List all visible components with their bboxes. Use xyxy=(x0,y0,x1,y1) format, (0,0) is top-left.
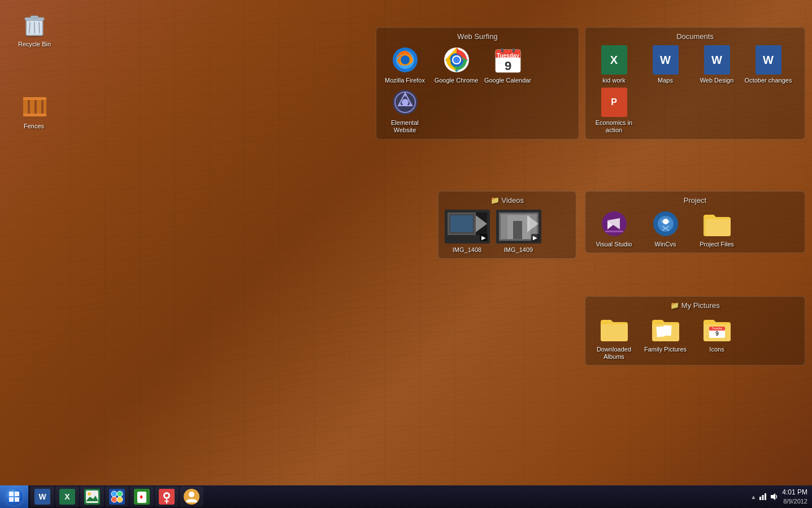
fence-project-title: Project xyxy=(590,196,800,205)
svg-point-62 xyxy=(88,492,91,496)
svg-point-66 xyxy=(117,491,123,497)
kid-work-label: kid work xyxy=(602,77,625,84)
start-button[interactable] xyxy=(0,485,28,508)
visual-studio-label: Visual Studio xyxy=(596,241,632,248)
chrome-label: Google Chrome xyxy=(435,77,479,84)
web-design-label: Web Design xyxy=(700,77,734,84)
clock-time: 4:01 PM xyxy=(782,488,807,497)
maps-doc-icon[interactable]: W Maps xyxy=(641,45,689,84)
firefox-icon[interactable]: Mozilla Firefox xyxy=(381,45,429,84)
fence-project-icons: Visual Studio WinCvs xyxy=(590,209,800,248)
svg-rect-8 xyxy=(23,98,28,115)
recycle-bin-icon[interactable]: Recycle Bin xyxy=(12,11,57,48)
svg-text:Tuesday: Tuesday xyxy=(497,53,519,59)
icons-folder-icon[interactable]: Tuesday 9 Icons xyxy=(693,314,741,361)
recycle-bin-label: Recycle Bin xyxy=(18,41,51,48)
october-changes-icon[interactable]: W October changes xyxy=(744,45,792,84)
taskbar-user[interactable] xyxy=(180,487,203,507)
fence-project: Project Visual Studio xyxy=(585,191,805,253)
chrome-icon[interactable]: Google Chrome xyxy=(432,45,480,84)
svg-rect-4 xyxy=(31,16,38,18)
svg-rect-12 xyxy=(23,97,46,100)
svg-text:♦: ♦ xyxy=(140,493,143,501)
windows-orb xyxy=(6,488,23,505)
fence-my-pictures-icons: Downloaded Albums Family Pictures xyxy=(590,314,800,361)
fence-videos-icons: IMG_1408 xyxy=(443,209,571,254)
svg-point-68 xyxy=(117,497,123,502)
family-pictures-icon[interactable]: Family Pictures xyxy=(641,314,689,361)
fence-documents: Documents X kid work W Maps W W xyxy=(585,27,805,140)
taskbar-clock[interactable]: 4:01 PM 8/9/2012 xyxy=(782,488,807,506)
taskbar-pics[interactable] xyxy=(80,487,104,507)
family-pictures-label: Family Pictures xyxy=(644,346,687,353)
svg-line-7 xyxy=(39,22,40,33)
fences-label: Fences xyxy=(24,123,44,130)
clock-date: 8/9/2012 xyxy=(782,497,807,506)
fence-my-pictures-title: 📁 My Pictures xyxy=(590,301,800,310)
img-1409-icon[interactable]: IMG_1409 xyxy=(494,209,542,254)
google-calendar-label: Google Calendar xyxy=(484,77,531,84)
svg-point-76 xyxy=(189,492,194,497)
tray-arrow[interactable]: ▲ xyxy=(750,494,756,500)
svg-rect-10 xyxy=(37,98,41,115)
svg-rect-28 xyxy=(501,48,503,53)
wincvs-icon[interactable]: WinCvs xyxy=(641,209,689,248)
svg-rect-41 xyxy=(450,215,473,232)
october-changes-label: October changes xyxy=(745,77,792,84)
svg-rect-9 xyxy=(30,98,34,115)
economics-action-icon[interactable]: P Economics in action xyxy=(590,88,638,134)
elemental-label: Elemental Website xyxy=(381,119,429,134)
svg-rect-79 xyxy=(765,493,766,500)
taskbar-word[interactable]: W xyxy=(31,487,54,507)
fence-web-surfing: Web Surfing Mozilla Firefox xyxy=(376,27,579,140)
fence-documents-title: Documents xyxy=(590,32,800,41)
svg-text:9: 9 xyxy=(504,59,511,73)
elemental-website-icon[interactable]: Elemental Website xyxy=(381,88,429,134)
taskbar-system-tray: ▲ 4:01 PM 8/9/2012 xyxy=(746,488,812,506)
taskbar: W X xyxy=(0,485,812,508)
svg-point-22 xyxy=(453,57,460,63)
img-1408-icon[interactable]: IMG_1408 xyxy=(443,209,491,254)
fence-videos-title: 📁 Videos xyxy=(443,196,571,205)
downloaded-albums-label: Downloaded Albums xyxy=(590,346,638,361)
svg-text:Tuesday: Tuesday xyxy=(711,327,722,330)
svg-rect-64 xyxy=(109,489,125,505)
taskbar-apps: W X xyxy=(28,487,746,507)
svg-rect-11 xyxy=(44,98,46,115)
project-files-label: Project Files xyxy=(700,241,734,248)
icons-folder-label: Icons xyxy=(709,346,724,353)
google-calendar-icon[interactable]: Tuesday 9 Google Calendar xyxy=(484,45,532,84)
taskbar-maps[interactable] xyxy=(155,487,179,507)
downloaded-albums-icon[interactable]: Downloaded Albums xyxy=(590,314,638,361)
fences-icon[interactable]: Fences xyxy=(11,93,57,130)
svg-point-67 xyxy=(111,497,117,502)
svg-rect-13 xyxy=(23,114,46,116)
web-design-icon[interactable]: W Web Design xyxy=(693,45,741,84)
fence-documents-icons: X kid work W Maps W Web Design xyxy=(590,45,800,134)
maps-label: Maps xyxy=(658,77,673,84)
visual-studio-icon[interactable]: Visual Studio xyxy=(590,209,638,248)
svg-rect-50 xyxy=(605,231,623,232)
volume-icon xyxy=(770,492,779,501)
svg-point-33 xyxy=(402,99,409,106)
taskbar-solitaire[interactable]: ♦ xyxy=(130,487,154,507)
svg-rect-77 xyxy=(759,497,761,500)
fence-my-pictures: 📁 My Pictures Downloaded Albums xyxy=(585,296,805,366)
wincvs-label: WinCvs xyxy=(655,241,676,248)
svg-point-16 xyxy=(401,55,410,64)
kid-work-icon[interactable]: X kid work xyxy=(590,45,638,84)
fence-videos: 📁 Videos xyxy=(438,191,576,259)
img-1409-label: IMG_1409 xyxy=(504,246,533,254)
svg-point-74 xyxy=(165,494,168,497)
taskbar-excel[interactable]: X xyxy=(55,487,79,507)
svg-rect-47 xyxy=(513,221,522,239)
taskbar-control[interactable] xyxy=(105,487,129,507)
svg-rect-55 xyxy=(663,325,671,336)
project-files-icon[interactable]: Project Files xyxy=(693,209,741,248)
svg-rect-78 xyxy=(762,495,764,500)
fence-web-surfing-title: Web Surfing xyxy=(381,32,574,41)
svg-line-5 xyxy=(29,22,30,33)
firefox-label: Mozilla Firefox xyxy=(385,77,425,84)
svg-point-65 xyxy=(111,491,117,497)
svg-marker-80 xyxy=(771,493,775,500)
